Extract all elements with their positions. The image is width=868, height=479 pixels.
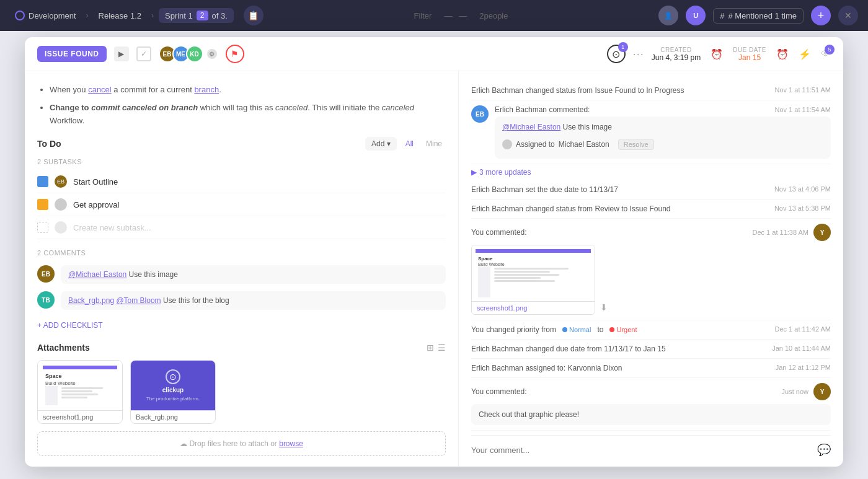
- activity-to-sc2: to: [621, 204, 629, 213]
- activity-time-due-change: Jan 10 at 11:44 AM: [772, 345, 831, 352]
- new-subtask-row[interactable]: Create new subtask...: [37, 216, 446, 239]
- github-count: 1: [618, 42, 628, 52]
- add-button[interactable]: +: [811, 6, 831, 25]
- activity-status-change-2: Erlich Bachman changed status from Revie…: [471, 200, 831, 219]
- list-view-button[interactable]: ☰: [438, 343, 446, 353]
- comment-1-mention[interactable]: @Michael Easton: [68, 270, 126, 279]
- avatar-user2[interactable]: U: [686, 6, 706, 25]
- subtask-1: EB Start Outline: [37, 170, 446, 193]
- comment-use-image: Use this image: [563, 123, 612, 131]
- avatar-settings[interactable]: ⚙: [206, 48, 218, 60]
- close-icon: ✕: [844, 11, 852, 20]
- comment-block-1: @Michael Easton Use this image Assigned …: [495, 116, 831, 159]
- subtask-1-status-icon[interactable]: [37, 176, 48, 187]
- activity-set-due: Erlich Bachman set the due date to 11/13…: [471, 180, 831, 200]
- activity-user-erlich-6[interactable]: Erlich Bachman: [471, 364, 523, 372]
- urgent-priority-dot: [609, 327, 614, 332]
- activity-user-you-3[interactable]: You: [471, 387, 484, 396]
- filter-all-button[interactable]: All: [402, 138, 417, 149]
- attachment-screenshot[interactable]: Space Build Website: [37, 360, 123, 424]
- activity-assigned-text: assigned to:: [525, 364, 567, 372]
- activity-user-erlich-3[interactable]: Erlich Bachman: [471, 185, 523, 194]
- due-calendar-icon[interactable]: ⏰: [776, 48, 789, 60]
- activity-time-set-due: Nov 13 at 4:06 PM: [774, 185, 831, 193]
- close-button[interactable]: ✕: [838, 6, 858, 25]
- mentioned-badge[interactable]: # # Mentioned 1 time: [713, 8, 804, 24]
- sprint-label: Sprint 1: [165, 11, 193, 20]
- assigned-row: Assigned to Michael Easton Resolve: [502, 136, 823, 152]
- attachments-header: Attachments ⊞ ☰: [37, 343, 446, 353]
- grid-view-button[interactable]: ⊞: [427, 343, 434, 353]
- clipboard-button[interactable]: 📋: [244, 6, 264, 25]
- breadcrumb-sep-1: ›: [86, 11, 89, 20]
- flag-button[interactable]: ⚑: [226, 45, 244, 63]
- sprint-count: 2: [197, 11, 208, 20]
- filter-mine-button[interactable]: Mine: [422, 138, 446, 149]
- activity-user-erlich-2[interactable]: Erlich Bachman: [495, 105, 547, 114]
- send-comment-button[interactable]: 💬: [817, 443, 831, 457]
- subtask-2-text[interactable]: Get approval: [73, 200, 446, 209]
- comment-2-file-link[interactable]: Back_rgb.png: [68, 296, 114, 305]
- status-to-issue-found[interactable]: Issue Found: [630, 204, 671, 213]
- created-calendar-icon[interactable]: ⏰: [711, 48, 723, 60]
- activity-you-comment-image: You commented: Dec 1 at 11:38 AM Y: [471, 219, 831, 320]
- cloud-upload-icon: ☁: [180, 439, 189, 448]
- activity-set-due-text: set the due date to 11/13/17: [525, 185, 618, 194]
- activity-text-1: changed status from: [525, 86, 595, 95]
- status-button[interactable]: ISSUE FOUND: [37, 46, 107, 62]
- view-toggle: ⊞ ☰: [427, 343, 446, 353]
- due-meta: DUE DATE Jan 15: [733, 46, 766, 62]
- comment-input[interactable]: [471, 446, 811, 455]
- subtask-1-text[interactable]: Start Outline: [73, 177, 446, 187]
- comment-2-mention[interactable]: @Tom Bloom: [116, 296, 161, 305]
- comment-2-avatar: TB: [37, 291, 55, 309]
- github-badge: ⊙ 1: [607, 45, 626, 63]
- activity-user-erlich-5[interactable]: Erlich Bachman: [471, 345, 523, 353]
- next-arrow-button[interactable]: ▶: [114, 46, 129, 61]
- breadcrumb-release[interactable]: Release 1.2: [94, 9, 146, 23]
- status-from-1[interactable]: Issue Found: [595, 86, 636, 95]
- download-icon[interactable]: ⬇: [600, 302, 608, 312]
- status-to-1[interactable]: In Progress: [646, 86, 684, 95]
- assigned-user[interactable]: Michael Easton: [559, 140, 609, 149]
- todo-actions: Add ▾ All Mine: [365, 137, 446, 151]
- attachment-back-rgb-preview: ⊙ clickup The productive platform.: [131, 361, 215, 410]
- comment-2: TB Back_rgb.png @Tom Bloom Use this for …: [37, 288, 446, 314]
- comment-block-1-text: @Michael Easton Use this image: [502, 123, 823, 131]
- activity-you-commented-3: commented:: [486, 387, 527, 396]
- check-button[interactable]: ✓: [136, 46, 151, 61]
- subtask-1-avatar: EB: [55, 175, 67, 188]
- more-updates-toggle[interactable]: ▶ 3 more updates: [471, 164, 831, 180]
- sprint-link-icon[interactable]: ⚡: [799, 48, 811, 60]
- status-from-review[interactable]: Review: [595, 204, 619, 213]
- add-checklist-button[interactable]: + ADD CHECKLIST: [37, 321, 103, 330]
- header-meta: CREATED Jun 4, 3:19 pm ⏰ DUE DATE Jan 15…: [652, 46, 831, 62]
- avatar-user1[interactable]: 👤: [658, 6, 678, 25]
- activity-user-erlich-4[interactable]: Erlich Bachman: [471, 204, 523, 213]
- hash-icon: #: [720, 11, 724, 20]
- activity-user-you-1[interactable]: You: [471, 228, 484, 237]
- comment-mention-michael[interactable]: @Michael Easton: [502, 123, 560, 131]
- attachment-back-rgb[interactable]: ⊙ clickup The productive platform. Back_…: [130, 360, 216, 424]
- activity-user-erlich-1[interactable]: Erlich Bachman: [471, 86, 523, 95]
- browse-link[interactable]: browse: [279, 439, 303, 448]
- activity-user-you-2[interactable]: You: [471, 325, 484, 334]
- activity-due-change-text: changed due date from 11/13/17 to Jan 15: [525, 345, 665, 353]
- sprint-badge[interactable]: Sprint 1 2 of 3.: [159, 8, 234, 23]
- new-subtask-placeholder[interactable]: Create new subtask...: [73, 223, 151, 232]
- branch-link[interactable]: branch: [194, 85, 219, 94]
- more-options-button[interactable]: ···: [633, 48, 644, 61]
- screenshot-attachment[interactable]: Space Build Website: [471, 245, 595, 315]
- watchers-icon-wrapper: 👁 5: [821, 48, 831, 59]
- screenshot-attachment-name: screenshot1.png: [472, 301, 595, 314]
- subtask-2-status-icon[interactable]: [37, 199, 48, 210]
- todo-add-button[interactable]: Add ▾: [365, 137, 397, 151]
- cancel-link[interactable]: cancel: [88, 85, 112, 94]
- breadcrumb-development-label: Development: [29, 11, 76, 20]
- resolve-button[interactable]: Resolve: [618, 139, 654, 150]
- drop-zone[interactable]: ☁ Drop files here to attach or browse: [37, 431, 446, 456]
- avatar-assignee-3[interactable]: KD: [186, 45, 203, 63]
- activity-assignee[interactable]: Karvonnia Dixon: [567, 364, 622, 372]
- breadcrumb-development[interactable]: Development: [10, 8, 81, 23]
- activity-time-you-3: Just now: [782, 388, 808, 395]
